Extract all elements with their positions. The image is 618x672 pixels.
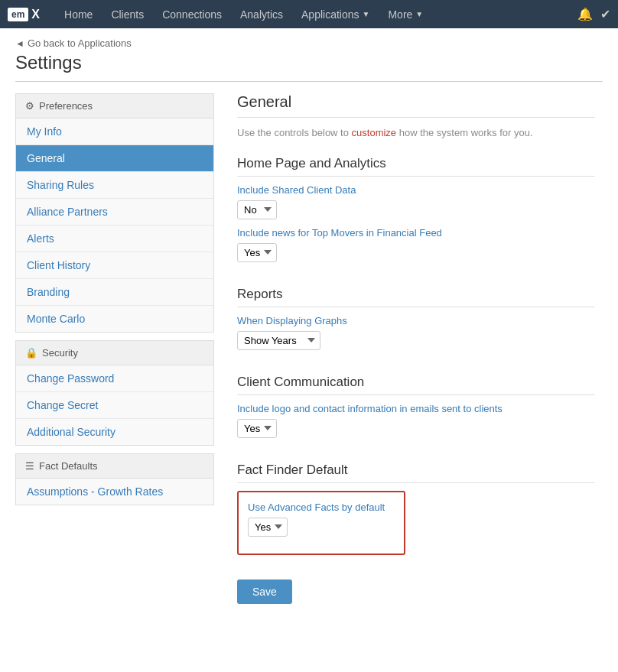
sidebar-section-header-security: 🔒 Security xyxy=(16,341,213,365)
bell-icon[interactable]: 🔔 xyxy=(577,7,593,21)
brand-box: em xyxy=(8,8,28,21)
sidebar-section-security: 🔒 Security Change Password Change Secret… xyxy=(15,340,214,446)
select-include-shared[interactable]: No Yes xyxy=(237,200,277,219)
sub-section-title-home-analytics: Home Page and Analytics xyxy=(237,156,595,177)
sub-section-title-reports: Reports xyxy=(237,287,595,307)
sub-section-client-communication: Client Communication Include logo and co… xyxy=(237,375,595,446)
lock-icon: 🔒 xyxy=(25,347,37,359)
applications-caret: ▼ xyxy=(363,10,370,18)
nav-item-analytics[interactable]: Analytics xyxy=(231,0,292,28)
section-description: Use the controls below to customize how … xyxy=(237,125,595,141)
sidebar-section-fact-defaults: ☰ Fact Defaults Assumptions - Growth Rat… xyxy=(15,453,214,505)
preferences-label: Preferences xyxy=(39,100,93,112)
include-logo-text: Include logo and contact information in xyxy=(237,403,410,414)
field-label-include-shared: Include Shared Client Data xyxy=(237,184,595,196)
include-news-text: Include news for Top Movers in xyxy=(237,227,377,239)
fact-finder-highlighted-box: Use Advanced Facts by default Yes No xyxy=(237,491,405,555)
nav-item-home[interactable]: Home xyxy=(55,0,102,28)
brand[interactable]: em X xyxy=(8,8,40,21)
sidebar-item-assumptions[interactable]: Assumptions - Growth Rates xyxy=(16,479,213,505)
layout: ⚙ Preferences My Info General Sharing Ru… xyxy=(0,82,618,615)
sub-section-title-fact-finder: Fact Finder Default xyxy=(237,463,595,483)
description-highlight: customize xyxy=(352,127,397,138)
nav-icons: 🔔 ✔ xyxy=(577,7,610,21)
field-label-include-logo: Include logo and contact information in … xyxy=(237,403,595,414)
sub-section-home-analytics: Home Page and Analytics Include Shared C… xyxy=(237,156,595,270)
save-button[interactable]: Save xyxy=(237,579,292,604)
more-caret: ▼ xyxy=(415,10,423,18)
sidebar-item-alerts[interactable]: Alerts xyxy=(16,226,213,252)
sidebar-item-change-password[interactable]: Change Password xyxy=(16,365,213,392)
section-title: General xyxy=(237,93,595,118)
navbar: em X Home Clients Connections Analytics … xyxy=(0,0,618,28)
field-label-displaying-graphs: When Displaying Graphs xyxy=(237,315,595,326)
sidebar-item-alliance-partners[interactable]: Alliance Partners xyxy=(16,199,213,226)
field-label-include-news: Include news for Top Movers in Financial… xyxy=(237,227,595,239)
security-label: Security xyxy=(42,347,78,359)
sidebar-item-my-info[interactable]: My Info xyxy=(16,118,213,145)
fact-defaults-label: Fact Defaults xyxy=(39,460,98,472)
main-content: General Use the controls below to custom… xyxy=(229,93,603,604)
sidebar-item-general[interactable]: General xyxy=(16,145,213,172)
sidebar-item-client-history[interactable]: Client History xyxy=(16,252,213,279)
sub-section-title-client-communication: Client Communication xyxy=(237,375,595,395)
sidebar-item-monte-carlo[interactable]: Monte Carlo xyxy=(16,306,213,332)
breadcrumb-text: Go back to Applications xyxy=(28,37,132,49)
select-displaying-graphs[interactable]: Show Years Show Months xyxy=(237,331,320,350)
financial-feed-link[interactable]: Financial Feed xyxy=(377,227,442,239)
breadcrumb[interactable]: ◄ Go back to Applications xyxy=(15,37,603,49)
gear-icon: ⚙ xyxy=(25,100,34,112)
nav-item-connections[interactable]: Connections xyxy=(153,0,231,28)
sidebar-section-header-fact-defaults: ☰ Fact Defaults xyxy=(16,454,213,479)
list-icon: ☰ xyxy=(25,460,34,472)
sidebar-item-change-secret[interactable]: Change Secret xyxy=(16,392,213,419)
select-include-news[interactable]: Yes No xyxy=(237,243,277,262)
sidebar-item-branding[interactable]: Branding xyxy=(16,279,213,306)
sidebar-section-preferences: ⚙ Preferences My Info General Sharing Ru… xyxy=(15,93,214,333)
sidebar-item-additional-security[interactable]: Additional Security xyxy=(16,419,213,445)
brand-text: X xyxy=(31,8,40,21)
emails-sent-link[interactable]: emails sent to clients xyxy=(410,403,503,414)
check-icon[interactable]: ✔ xyxy=(600,7,610,21)
sidebar: ⚙ Preferences My Info General Sharing Ru… xyxy=(15,93,214,604)
description-end: how the system works for you. xyxy=(396,127,532,138)
select-include-logo[interactable]: Yes No xyxy=(237,419,277,438)
page-header: ◄ Go back to Applications Settings xyxy=(0,28,618,81)
nav-item-clients[interactable]: Clients xyxy=(102,0,153,28)
select-advanced-facts[interactable]: Yes No xyxy=(248,518,288,537)
nav-item-more[interactable]: More ▼ xyxy=(379,0,432,28)
field-label-advanced-facts: Use Advanced Facts by default xyxy=(248,502,395,513)
sidebar-section-header-preferences: ⚙ Preferences xyxy=(16,94,213,118)
nav-item-applications[interactable]: Applications ▼ xyxy=(292,0,379,28)
sidebar-item-sharing-rules[interactable]: Sharing Rules xyxy=(16,172,213,199)
description-start: Use the controls below to xyxy=(237,127,352,138)
sub-section-reports: Reports When Displaying Graphs Show Year… xyxy=(237,287,595,358)
nav-links: Home Clients Connections Analytics Appli… xyxy=(55,0,577,28)
breadcrumb-arrow: ◄ xyxy=(15,38,24,49)
page-title: Settings xyxy=(15,52,603,73)
sub-section-fact-finder-default: Fact Finder Default Use Advanced Facts b… xyxy=(237,463,595,555)
